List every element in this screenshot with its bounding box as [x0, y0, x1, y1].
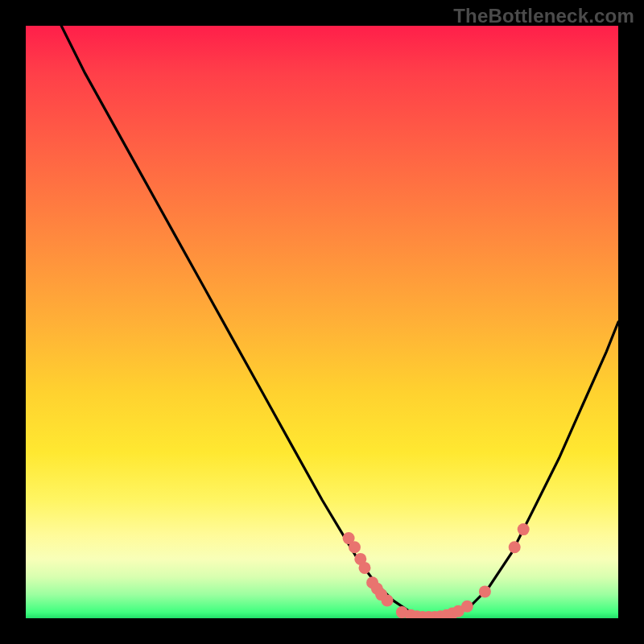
curve-svg [26, 26, 618, 618]
bottleneck-curve [61, 26, 618, 618]
watermark-text: TheBottleneck.com [453, 5, 634, 27]
data-dot [509, 541, 521, 553]
data-dot [518, 523, 530, 535]
chart-frame: TheBottleneck.com [0, 0, 644, 644]
plot-area [26, 26, 618, 618]
data-dots [343, 523, 530, 618]
data-dot [461, 601, 473, 613]
data-dot [359, 562, 371, 574]
data-dot [479, 585, 491, 597]
data-dot [349, 541, 361, 553]
data-dot [382, 594, 394, 606]
